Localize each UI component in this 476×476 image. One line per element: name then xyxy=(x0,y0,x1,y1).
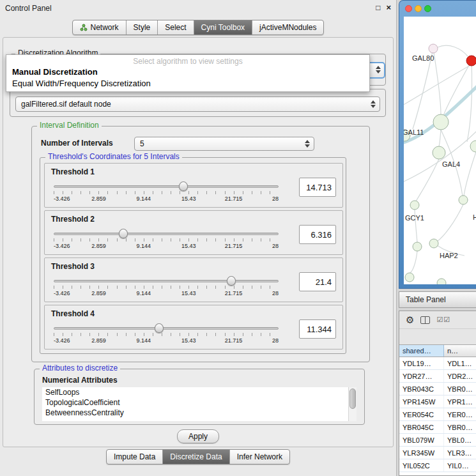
slider-track[interactable] xyxy=(54,327,279,330)
cell[interactable]: YBL079W xyxy=(399,434,444,446)
number-of-intervals-combo[interactable]: 5 xyxy=(134,137,314,151)
cell[interactable]: YPR1… xyxy=(444,395,476,408)
network-node[interactable] xyxy=(459,196,468,204)
threshold-2-value-field[interactable]: 6.316 xyxy=(299,225,336,244)
column-header-shared-name[interactable]: shared… xyxy=(399,345,444,357)
close-icon[interactable]: × xyxy=(386,3,391,12)
cell[interactable]: YBL0… xyxy=(444,434,476,446)
tab-cyni-toolbox[interactable]: Cyni Toolbox xyxy=(194,20,252,35)
cell[interactable]: YLR3… xyxy=(444,447,476,459)
node-label-hap2: HAP2 xyxy=(440,252,458,259)
threshold-1-slider[interactable]: -3.426 2.859 9.144 15.43 21.715 28 xyxy=(54,180,279,206)
list-item[interactable]: TopologicalCoefficient xyxy=(42,397,357,408)
network-canvas[interactable]: GAL80 GAL11 GAL4 GCY1 HAP2 H xyxy=(404,17,476,284)
cell[interactable]: YDL19… xyxy=(399,357,444,369)
network-node[interactable] xyxy=(405,273,414,282)
cell[interactable]: YER054C xyxy=(399,408,444,420)
algorithm-placeholder-item: Select algorithm to view settings xyxy=(6,55,369,66)
number-of-intervals-label: Number of Intervals xyxy=(41,139,113,148)
gear-icon[interactable]: ⚙ xyxy=(406,315,414,325)
network-node-highlighted[interactable] xyxy=(466,56,476,66)
slider-thumb[interactable] xyxy=(179,181,188,191)
tab-discretize-data[interactable]: Discretize Data xyxy=(163,450,229,464)
tab-impute-data[interactable]: Impute Data xyxy=(107,450,163,464)
cell[interactable]: YBR043C xyxy=(399,383,444,395)
algorithm-option-equal-width[interactable]: Equal Width/Frequency Discretization xyxy=(6,78,369,89)
cell[interactable]: YDR2… xyxy=(444,370,476,382)
threshold-4-slider[interactable]: -3.426 2.859 9.144 15.43 21.715 28 xyxy=(54,322,279,348)
network-node[interactable] xyxy=(433,114,449,130)
node-label-gal80: GAL80 xyxy=(412,54,434,62)
window-title: Control Panel xyxy=(5,4,52,13)
cell[interactable]: YDL1… xyxy=(444,357,476,369)
slider-track[interactable] xyxy=(54,185,279,188)
table-panel-titlebar[interactable]: Table Panel xyxy=(399,291,476,308)
threshold-3-value-field[interactable]: 21.4 xyxy=(299,272,336,291)
network-node[interactable] xyxy=(429,239,438,248)
slider-thumb[interactable] xyxy=(155,323,164,333)
cell[interactable]: YLR345W xyxy=(399,447,444,459)
cell[interactable]: YDR27… xyxy=(399,370,444,382)
numerical-attributes-list: SelfLoops TopologicalCoefficient Between… xyxy=(42,387,357,421)
cell[interactable]: YER0… xyxy=(444,408,476,420)
list-item[interactable]: BetweennessCentrality xyxy=(42,408,357,418)
threshold-1-value-field[interactable]: 14.713 xyxy=(299,178,336,197)
cell[interactable]: YIL052C xyxy=(399,459,444,472)
slider-track[interactable] xyxy=(54,280,279,282)
threshold-2-slider[interactable]: -3.426 2.859 9.144 15.43 21.715 28 xyxy=(54,227,279,253)
interval-definition-group: Interval Definition Number of Intervals … xyxy=(31,126,370,362)
cell[interactable]: YBR045C xyxy=(399,421,444,433)
attributes-group-title: Attributes to discretize xyxy=(40,364,120,372)
tab-style[interactable]: Style xyxy=(127,20,158,35)
slider-thumb[interactable] xyxy=(227,276,236,286)
cell[interactable]: YBR0… xyxy=(444,421,476,433)
apply-button[interactable]: Apply xyxy=(177,429,219,443)
tab-network[interactable]: Network xyxy=(73,20,127,35)
slider-ticks xyxy=(54,191,279,194)
threshold-3-slider[interactable]: -3.426 2.859 9.144 15.43 21.715 28 xyxy=(54,275,279,300)
table-panel-title: Table Panel xyxy=(399,292,446,307)
table-data-value: galFiltered.sif default node xyxy=(21,100,111,109)
combo-stepper-icon xyxy=(305,140,310,148)
attributes-group: Attributes to discretize Numerical Attri… xyxy=(34,369,365,425)
algorithm-dropdown-popup: Select algorithm to view settings Manual… xyxy=(6,54,370,92)
columns-icon[interactable] xyxy=(420,316,430,324)
table-data-combo[interactable]: galFiltered.sif default node xyxy=(15,96,380,112)
slider-ticks xyxy=(54,286,279,289)
network-node[interactable] xyxy=(433,146,445,159)
tab-select[interactable]: Select xyxy=(158,20,194,35)
window-traffic-lights xyxy=(405,5,431,12)
thresholds-group: Threshold's Coordinates for 5 Intervals … xyxy=(40,157,346,354)
cell[interactable]: YIL0… xyxy=(444,459,476,472)
network-node[interactable] xyxy=(410,201,419,210)
float-window-icon[interactable]: □ xyxy=(376,3,380,12)
bottom-tab-bar: Impute Data Discretize Data Infer Networ… xyxy=(0,449,396,464)
cell[interactable]: YPR145W xyxy=(399,395,444,408)
threshold-4-value-field[interactable]: 11.344 xyxy=(299,319,336,339)
scrollbar-thumb[interactable] xyxy=(349,388,356,409)
list-item[interactable]: SelfLoops xyxy=(42,387,357,397)
zoom-traffic-icon[interactable] xyxy=(424,5,431,12)
select-columns-checkboxes-icon[interactable]: ☑☑ xyxy=(436,316,450,324)
close-traffic-icon[interactable] xyxy=(405,5,412,12)
slider-track[interactable] xyxy=(54,233,279,235)
tab-jactivemodules[interactable]: jActiveMNodules xyxy=(252,20,323,35)
column-header-name[interactable]: n… xyxy=(444,345,476,357)
algorithm-option-manual[interactable]: Manual Discretization xyxy=(6,66,369,78)
slider-ticks xyxy=(54,333,279,336)
network-node[interactable] xyxy=(437,279,446,284)
list-scrollbar[interactable] xyxy=(348,387,357,421)
tab-infer-network[interactable]: Infer Network xyxy=(230,450,289,464)
table-toolbar: ⚙ ☑☑ xyxy=(399,311,476,329)
table-row: YBR045C YBR0… xyxy=(399,421,476,434)
network-node[interactable] xyxy=(470,141,476,152)
minimize-traffic-icon[interactable] xyxy=(415,5,422,12)
network-node[interactable] xyxy=(413,242,422,251)
network-nodes xyxy=(404,44,476,284)
threshold-1-panel: Threshold 1 -3.426 2.859 9.144 15.43 21.… xyxy=(44,163,343,208)
network-node[interactable] xyxy=(429,44,438,53)
table-header-row: shared… n… xyxy=(399,344,476,357)
table-panel-window: ⚙ ☑☑ shared… n… YDL19… YDL1… YDR27… YDR2… xyxy=(399,311,476,476)
cell[interactable]: YBR0… xyxy=(444,383,476,395)
slider-thumb[interactable] xyxy=(119,229,128,238)
